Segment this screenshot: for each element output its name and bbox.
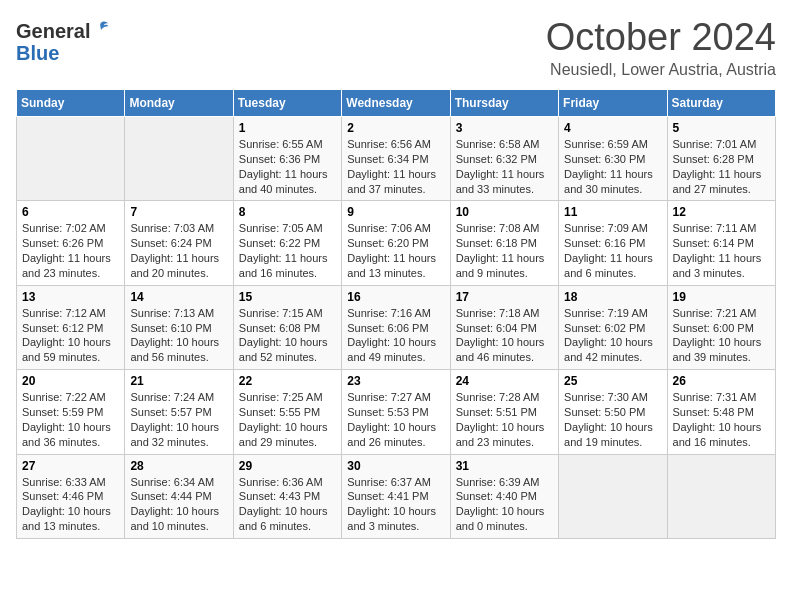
sunrise-text: Sunrise: 6:34 AM <box>130 475 227 490</box>
sunset-text: Sunset: 4:46 PM <box>22 489 119 504</box>
calendar-cell: 17 Sunrise: 7:18 AM Sunset: 6:04 PM Dayl… <box>450 285 558 369</box>
calendar-cell: 29 Sunrise: 6:36 AM Sunset: 4:43 PM Dayl… <box>233 454 341 538</box>
sunrise-text: Sunrise: 6:59 AM <box>564 137 661 152</box>
weekday-header: Tuesday <box>233 90 341 117</box>
calendar-week-row: 20 Sunrise: 7:22 AM Sunset: 5:59 PM Dayl… <box>17 370 776 454</box>
sunset-text: Sunset: 5:51 PM <box>456 405 553 420</box>
day-detail: Sunrise: 6:59 AM Sunset: 6:30 PM Dayligh… <box>564 137 661 196</box>
sunrise-text: Sunrise: 6:33 AM <box>22 475 119 490</box>
calendar-week-row: 13 Sunrise: 7:12 AM Sunset: 6:12 PM Dayl… <box>17 285 776 369</box>
day-number: 18 <box>564 290 661 304</box>
sunset-text: Sunset: 6:08 PM <box>239 321 336 336</box>
sunrise-text: Sunrise: 7:15 AM <box>239 306 336 321</box>
sunset-text: Sunset: 4:41 PM <box>347 489 444 504</box>
daylight-text: Daylight: 10 hours and 16 minutes. <box>673 420 770 450</box>
day-detail: Sunrise: 7:18 AM Sunset: 6:04 PM Dayligh… <box>456 306 553 365</box>
logo-bird-icon <box>92 20 110 38</box>
day-number: 8 <box>239 205 336 219</box>
day-detail: Sunrise: 7:05 AM Sunset: 6:22 PM Dayligh… <box>239 221 336 280</box>
calendar-cell <box>559 454 667 538</box>
weekday-header: Sunday <box>17 90 125 117</box>
day-detail: Sunrise: 7:08 AM Sunset: 6:18 PM Dayligh… <box>456 221 553 280</box>
sunset-text: Sunset: 6:30 PM <box>564 152 661 167</box>
sunset-text: Sunset: 5:57 PM <box>130 405 227 420</box>
sunrise-text: Sunrise: 7:08 AM <box>456 221 553 236</box>
calendar-cell: 19 Sunrise: 7:21 AM Sunset: 6:00 PM Dayl… <box>667 285 775 369</box>
day-detail: Sunrise: 6:33 AM Sunset: 4:46 PM Dayligh… <box>22 475 119 534</box>
day-number: 28 <box>130 459 227 473</box>
calendar-cell: 30 Sunrise: 6:37 AM Sunset: 4:41 PM Dayl… <box>342 454 450 538</box>
calendar-cell: 21 Sunrise: 7:24 AM Sunset: 5:57 PM Dayl… <box>125 370 233 454</box>
sunrise-text: Sunrise: 7:09 AM <box>564 221 661 236</box>
daylight-text: Daylight: 11 hours and 37 minutes. <box>347 167 444 197</box>
calendar-cell: 15 Sunrise: 7:15 AM Sunset: 6:08 PM Dayl… <box>233 285 341 369</box>
calendar-cell: 1 Sunrise: 6:55 AM Sunset: 6:36 PM Dayli… <box>233 117 341 201</box>
sunset-text: Sunset: 6:14 PM <box>673 236 770 251</box>
day-number: 31 <box>456 459 553 473</box>
day-detail: Sunrise: 7:12 AM Sunset: 6:12 PM Dayligh… <box>22 306 119 365</box>
calendar-cell: 5 Sunrise: 7:01 AM Sunset: 6:28 PM Dayli… <box>667 117 775 201</box>
sunrise-text: Sunrise: 7:25 AM <box>239 390 336 405</box>
day-number: 7 <box>130 205 227 219</box>
calendar-cell: 20 Sunrise: 7:22 AM Sunset: 5:59 PM Dayl… <box>17 370 125 454</box>
daylight-text: Daylight: 10 hours and 19 minutes. <box>564 420 661 450</box>
daylight-text: Daylight: 10 hours and 23 minutes. <box>456 420 553 450</box>
calendar-cell: 23 Sunrise: 7:27 AM Sunset: 5:53 PM Dayl… <box>342 370 450 454</box>
day-number: 24 <box>456 374 553 388</box>
calendar-cell: 18 Sunrise: 7:19 AM Sunset: 6:02 PM Dayl… <box>559 285 667 369</box>
day-number: 13 <box>22 290 119 304</box>
sunrise-text: Sunrise: 7:12 AM <box>22 306 119 321</box>
day-number: 22 <box>239 374 336 388</box>
sunrise-text: Sunrise: 7:02 AM <box>22 221 119 236</box>
logo-general-text: General <box>16 20 90 42</box>
calendar-cell: 22 Sunrise: 7:25 AM Sunset: 5:55 PM Dayl… <box>233 370 341 454</box>
calendar-cell: 9 Sunrise: 7:06 AM Sunset: 6:20 PM Dayli… <box>342 201 450 285</box>
sunset-text: Sunset: 6:06 PM <box>347 321 444 336</box>
daylight-text: Daylight: 11 hours and 27 minutes. <box>673 167 770 197</box>
sunset-text: Sunset: 6:16 PM <box>564 236 661 251</box>
day-detail: Sunrise: 6:34 AM Sunset: 4:44 PM Dayligh… <box>130 475 227 534</box>
title-block: October 2024 Neusiedl, Lower Austria, Au… <box>546 16 776 79</box>
daylight-text: Daylight: 11 hours and 30 minutes. <box>564 167 661 197</box>
day-number: 23 <box>347 374 444 388</box>
day-number: 9 <box>347 205 444 219</box>
daylight-text: Daylight: 11 hours and 23 minutes. <box>22 251 119 281</box>
day-detail: Sunrise: 7:19 AM Sunset: 6:02 PM Dayligh… <box>564 306 661 365</box>
day-detail: Sunrise: 6:55 AM Sunset: 6:36 PM Dayligh… <box>239 137 336 196</box>
day-number: 16 <box>347 290 444 304</box>
day-detail: Sunrise: 6:58 AM Sunset: 6:32 PM Dayligh… <box>456 137 553 196</box>
daylight-text: Daylight: 10 hours and 0 minutes. <box>456 504 553 534</box>
day-detail: Sunrise: 6:56 AM Sunset: 6:34 PM Dayligh… <box>347 137 444 196</box>
sunrise-text: Sunrise: 7:22 AM <box>22 390 119 405</box>
daylight-text: Daylight: 10 hours and 59 minutes. <box>22 335 119 365</box>
daylight-text: Daylight: 10 hours and 32 minutes. <box>130 420 227 450</box>
calendar-cell: 25 Sunrise: 7:30 AM Sunset: 5:50 PM Dayl… <box>559 370 667 454</box>
daylight-text: Daylight: 11 hours and 13 minutes. <box>347 251 444 281</box>
sunset-text: Sunset: 6:22 PM <box>239 236 336 251</box>
weekday-header: Friday <box>559 90 667 117</box>
day-number: 5 <box>673 121 770 135</box>
sunrise-text: Sunrise: 7:31 AM <box>673 390 770 405</box>
sunrise-text: Sunrise: 6:56 AM <box>347 137 444 152</box>
daylight-text: Daylight: 10 hours and 49 minutes. <box>347 335 444 365</box>
day-detail: Sunrise: 7:09 AM Sunset: 6:16 PM Dayligh… <box>564 221 661 280</box>
day-number: 20 <box>22 374 119 388</box>
sunrise-text: Sunrise: 7:03 AM <box>130 221 227 236</box>
day-detail: Sunrise: 7:03 AM Sunset: 6:24 PM Dayligh… <box>130 221 227 280</box>
calendar-cell: 16 Sunrise: 7:16 AM Sunset: 6:06 PM Dayl… <box>342 285 450 369</box>
sunset-text: Sunset: 6:02 PM <box>564 321 661 336</box>
calendar-cell: 13 Sunrise: 7:12 AM Sunset: 6:12 PM Dayl… <box>17 285 125 369</box>
day-number: 11 <box>564 205 661 219</box>
sunrise-text: Sunrise: 7:16 AM <box>347 306 444 321</box>
sunrise-text: Sunrise: 7:28 AM <box>456 390 553 405</box>
calendar-cell <box>17 117 125 201</box>
day-number: 25 <box>564 374 661 388</box>
daylight-text: Daylight: 10 hours and 29 minutes. <box>239 420 336 450</box>
calendar-cell: 7 Sunrise: 7:03 AM Sunset: 6:24 PM Dayli… <box>125 201 233 285</box>
page-header: General Blue October 2024 Neusiedl, Lowe… <box>16 16 776 79</box>
sunrise-text: Sunrise: 7:18 AM <box>456 306 553 321</box>
sunrise-text: Sunrise: 7:13 AM <box>130 306 227 321</box>
day-number: 3 <box>456 121 553 135</box>
calendar-week-row: 27 Sunrise: 6:33 AM Sunset: 4:46 PM Dayl… <box>17 454 776 538</box>
sunrise-text: Sunrise: 7:21 AM <box>673 306 770 321</box>
